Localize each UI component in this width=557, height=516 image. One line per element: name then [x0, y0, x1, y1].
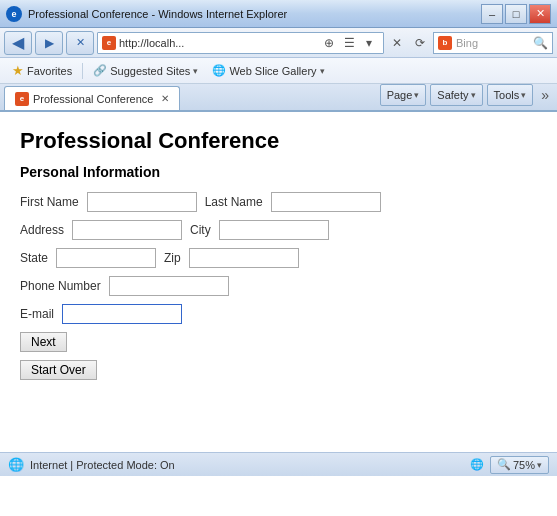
forward-button[interactable]: ▶ — [35, 31, 63, 55]
active-tab[interactable]: e Professional Conference ✕ — [4, 86, 180, 110]
suggested-chevron: ▾ — [193, 66, 198, 76]
address-bar: ◀ ▶ ✕ e http://localh... ⊕ ☰ ▾ ✕ ⟳ b Bin… — [0, 28, 557, 58]
suggested-sites-button[interactable]: 🔗 Suggested Sites ▾ — [89, 62, 202, 79]
state-label: State — [20, 251, 48, 265]
fav-divider — [82, 63, 83, 79]
browser-icon: e — [6, 6, 22, 22]
web-slice-icon: 🌐 — [212, 64, 226, 77]
search-icon[interactable]: 🔍 — [533, 36, 548, 50]
status-text: Internet | Protected Mode: On — [30, 459, 175, 471]
window-controls: – □ ✕ — [481, 4, 551, 24]
window-title: Professional Conference - Windows Intern… — [28, 8, 481, 20]
address-text: http://localh... — [119, 37, 319, 49]
email-label: E-mail — [20, 307, 54, 321]
address-input[interactable] — [72, 220, 182, 240]
favorites-label: Favorites — [27, 65, 72, 77]
web-slice-chevron: ▾ — [320, 66, 325, 76]
next-button[interactable]: Next — [20, 332, 67, 352]
page-button[interactable]: Page ▾ — [380, 84, 427, 106]
maximize-button[interactable]: □ — [505, 4, 527, 24]
tools-chevron: ▾ — [521, 90, 526, 100]
zip-label: Zip — [164, 251, 181, 265]
tab-tools: Page ▾ Safety ▾ Tools ▾ » — [380, 84, 553, 110]
email-row: E-mail — [20, 304, 537, 324]
page-label: Page — [387, 89, 413, 101]
email-input[interactable] — [62, 304, 182, 324]
content-area: Professional Conference Personal Informa… — [0, 112, 557, 452]
search-favicon: b — [438, 36, 452, 50]
minimize-button[interactable]: – — [481, 4, 503, 24]
button-group: Next Start Over — [20, 332, 537, 380]
address-label: Address — [20, 223, 64, 237]
zoom-button[interactable]: 🔍 75% ▾ — [490, 456, 549, 474]
status-right: 🌐 🔍 75% ▾ — [470, 456, 549, 474]
star-icon: ★ — [12, 63, 24, 78]
search-bar[interactable]: b Bing 🔍 — [433, 32, 553, 54]
phone-label: Phone Number — [20, 279, 101, 293]
safety-chevron: ▾ — [471, 90, 476, 100]
favorites-button[interactable]: ★ Favorites — [8, 61, 76, 80]
tab-bar: e Professional Conference ✕ Page ▾ Safet… — [0, 84, 557, 112]
refresh-stop-button[interactable]: ✕ — [66, 31, 94, 55]
zip-input[interactable] — [189, 248, 299, 268]
zoom-icon: 🔍 — [497, 458, 511, 471]
address-row: Address City — [20, 220, 537, 240]
rss-icon[interactable]: ☰ — [339, 32, 359, 54]
compatibility-icon[interactable]: ⊕ — [319, 32, 339, 54]
tab-close-icon[interactable]: ✕ — [161, 93, 169, 104]
tools-label: Tools — [494, 89, 520, 101]
section-title: Personal Information — [20, 164, 537, 180]
city-input[interactable] — [219, 220, 329, 240]
suggested-label: Suggested Sites — [110, 65, 190, 77]
web-slice-label: Web Slice Gallery — [229, 65, 316, 77]
first-name-input[interactable] — [87, 192, 197, 212]
title-bar: e Professional Conference - Windows Inte… — [0, 0, 557, 28]
phone-row: Phone Number — [20, 276, 537, 296]
zoom-label: 75% — [513, 459, 535, 471]
page-chevron: ▾ — [414, 90, 419, 100]
reload-button[interactable]: ⟳ — [410, 32, 430, 54]
status-globe-icon: 🌐 — [8, 457, 24, 472]
name-row: First Name Last Name — [20, 192, 537, 212]
status-bar: 🌐 Internet | Protected Mode: On 🌐 🔍 75% … — [0, 452, 557, 476]
phone-input[interactable] — [109, 276, 229, 296]
tab-label: Professional Conference — [33, 93, 153, 105]
last-name-input[interactable] — [271, 192, 381, 212]
address-dropdown[interactable]: ▾ — [359, 32, 379, 54]
page-title: Professional Conference — [20, 128, 537, 154]
more-tools-icon[interactable]: » — [537, 87, 553, 103]
web-slice-button[interactable]: 🌐 Web Slice Gallery ▾ — [208, 62, 328, 79]
state-zip-row: State Zip — [20, 248, 537, 268]
state-input[interactable] — [56, 248, 156, 268]
back-button[interactable]: ◀ — [4, 31, 32, 55]
address-favicon: e — [102, 36, 116, 50]
city-label: City — [190, 223, 211, 237]
tab-favicon: e — [15, 92, 29, 106]
tools-button[interactable]: Tools ▾ — [487, 84, 534, 106]
first-name-label: First Name — [20, 195, 79, 209]
favorites-bar: ★ Favorites 🔗 Suggested Sites ▾ 🌐 Web Sl… — [0, 58, 557, 84]
start-over-button[interactable]: Start Over — [20, 360, 97, 380]
search-placeholder: Bing — [456, 37, 533, 49]
status-zone-icon: 🌐 — [470, 458, 484, 471]
close-button[interactable]: ✕ — [529, 4, 551, 24]
safety-button[interactable]: Safety ▾ — [430, 84, 482, 106]
stop-button[interactable]: ✕ — [387, 32, 407, 54]
suggested-icon: 🔗 — [93, 64, 107, 77]
zoom-chevron: ▾ — [537, 460, 542, 470]
last-name-label: Last Name — [205, 195, 263, 209]
address-input-wrap[interactable]: e http://localh... ⊕ ☰ ▾ — [97, 32, 384, 54]
safety-label: Safety — [437, 89, 468, 101]
